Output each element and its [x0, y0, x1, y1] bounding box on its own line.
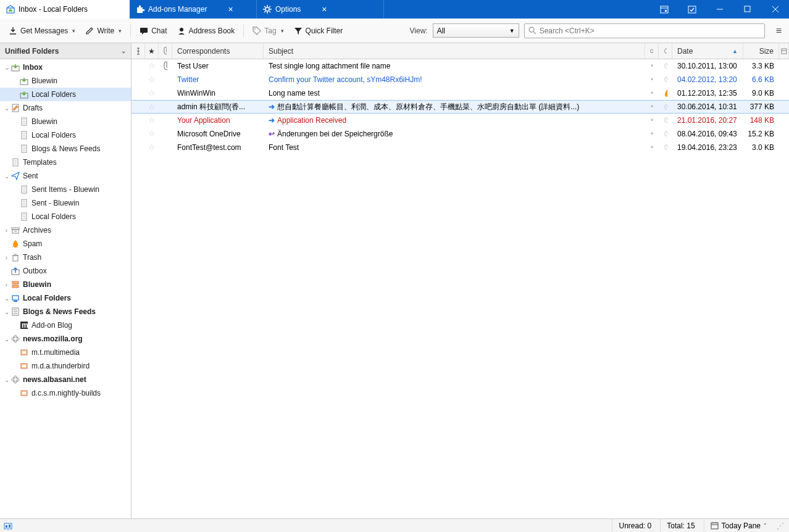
chevron-down-icon[interactable]: ▾ [119, 28, 122, 34]
quick-filter-button[interactable]: Quick Filter [290, 24, 347, 38]
col-read[interactable] [659, 43, 672, 59]
calendar-icon[interactable] [650, 0, 678, 19]
twisty-icon[interactable]: ⌄ [2, 376, 10, 383]
junk-button[interactable]: • [645, 101, 659, 113]
junk-button[interactable]: • [645, 141, 659, 154]
get-messages-button[interactable]: Get Messages ▾ [5, 24, 79, 38]
junk-button[interactable]: • [645, 114, 659, 127]
folder-pane-header[interactable]: Unified Folders ⌄ [0, 43, 131, 59]
folder-item[interactable]: Sent Items - Bluewin [0, 183, 131, 196]
activity-icon[interactable] [4, 522, 12, 530]
col-subject[interactable]: Subject [264, 43, 645, 59]
svg-line-104 [667, 134, 668, 135]
folder-item[interactable]: Blogs & News Feeds [0, 142, 131, 156]
file-icon [19, 212, 29, 222]
star-button[interactable]: ☆ [145, 127, 159, 140]
folder-item[interactable]: d.c.s.m.nightly-builds [0, 386, 131, 400]
folder-item[interactable]: Templates [0, 156, 131, 169]
svg-line-8 [264, 11, 265, 12]
folder-item[interactable]: ⌄Local Folders [0, 291, 131, 305]
chevron-down-icon[interactable]: ⌄ [121, 48, 126, 54]
tab-addons[interactable]: Add-ons Manager × [130, 0, 256, 19]
col-size[interactable]: Size [743, 43, 779, 59]
folder-item[interactable]: ⌄Inbox [0, 60, 131, 74]
chevron-down-icon[interactable]: ▾ [72, 28, 75, 34]
folder-item[interactable]: mAdd-on Blog [0, 318, 131, 332]
twisty-icon[interactable]: ⌄ [2, 309, 10, 315]
chat-button[interactable]: Chat [136, 24, 170, 38]
folder-item[interactable]: Bluewin [0, 74, 131, 88]
view-select[interactable]: All ▼ [433, 23, 519, 38]
close-button[interactable] [761, 0, 789, 19]
star-button[interactable]: ☆ [145, 114, 159, 127]
folder-item[interactable]: ›Archives [0, 223, 131, 237]
folder-item[interactable]: Local Folders [0, 128, 131, 142]
tab-inbox[interactable]: Inbox - Local Folders [0, 0, 130, 19]
minimize-button[interactable] [706, 0, 733, 19]
col-thread[interactable] [132, 43, 145, 59]
message-row[interactable]: ☆Test UserTest single long attachment fi… [132, 59, 789, 73]
twisty-icon[interactable]: ⌄ [2, 105, 10, 112]
col-star[interactable]: ★ [145, 43, 159, 59]
star-button[interactable]: ☆ [145, 101, 159, 113]
tab-options[interactable]: Options × [257, 0, 383, 19]
folder-item[interactable]: Sent - Bluewin [0, 196, 131, 210]
twisty-icon[interactable]: › [2, 227, 10, 234]
twisty-icon[interactable]: ⌄ [2, 173, 10, 180]
app-menu-button[interactable]: ≡ [774, 24, 784, 38]
folder-item[interactable]: ⌄Drafts [0, 101, 131, 115]
message-row[interactable]: ☆Your Application➜Application Received•2… [132, 114, 789, 127]
star-button[interactable]: ☆ [145, 86, 159, 99]
tag-button[interactable]: Tag ▾ [249, 24, 287, 38]
search-input[interactable] [540, 27, 761, 35]
junk-button[interactable]: • [645, 86, 659, 99]
col-picker[interactable] [779, 43, 789, 59]
col-spam[interactable] [645, 43, 659, 59]
folder-item[interactable]: ›Bluewin [0, 278, 131, 291]
folder-item[interactable]: Outbox [0, 264, 131, 278]
twisty-icon[interactable]: › [2, 281, 10, 288]
close-icon[interactable]: × [228, 4, 233, 14]
twisty-icon[interactable]: ⌄ [2, 336, 10, 343]
folder-item[interactable]: ⌄Blogs & News Feeds [0, 305, 131, 318]
today-pane-button[interactable]: Today Pane ˄ [704, 519, 773, 532]
folder-item[interactable]: Local Folders [0, 210, 131, 223]
message-row[interactable]: ☆TwitterConfirm your Twitter account, sY… [132, 73, 789, 86]
col-attachment[interactable] [159, 43, 172, 59]
folder-item[interactable]: ›Trash [0, 251, 131, 264]
folder-item[interactable]: m.d.a.thunderbird [0, 359, 131, 373]
message-row[interactable]: ☆Microsoft OneDrive↩Änderungen bei der S… [132, 127, 789, 141]
message-row[interactable]: ☆WinWinWinLong name test•01.12.2013, 12:… [132, 86, 789, 100]
junk-button[interactable]: • [645, 73, 659, 86]
resize-grip[interactable]: ⋰ [775, 519, 785, 532]
sent-icon [10, 171, 20, 181]
twisty-icon[interactable]: ⌄ [2, 64, 10, 71]
star-button[interactable]: ☆ [145, 141, 159, 154]
maximize-button[interactable] [733, 0, 761, 19]
col-correspondents[interactable]: Correspondents [172, 43, 264, 59]
junk-button[interactable]: • [645, 127, 659, 140]
star-button[interactable]: ☆ [145, 73, 159, 86]
svg-rect-108 [4, 523, 12, 529]
folder-item[interactable]: Spam [0, 237, 131, 251]
star-button[interactable]: ☆ [145, 59, 159, 72]
folder-item[interactable]: Local Folders [0, 88, 131, 101]
folder-item[interactable]: ⌄Sent [0, 169, 131, 183]
folder-item[interactable]: m.t.multimedia [0, 346, 131, 359]
tasks-icon[interactable] [678, 0, 706, 19]
twisty-icon[interactable]: › [2, 254, 10, 261]
address-book-button[interactable]: Address Book [173, 24, 239, 38]
folder-item[interactable]: ⌄news.mozilla.org [0, 332, 131, 346]
folder-item[interactable]: ⌄news.albasani.net [0, 373, 131, 386]
write-button[interactable]: Write ▾ [81, 24, 125, 38]
junk-button[interactable]: • [645, 59, 659, 72]
message-row[interactable]: ☆admin 科技顧問(香...➜想自動計算餐廳帳目、利潤、成本、原材料倉存、手… [132, 100, 789, 114]
folder-item[interactable]: Bluewin [0, 115, 131, 128]
chevron-down-icon[interactable]: ▾ [281, 28, 284, 34]
svg-rect-10 [661, 6, 668, 13]
twisty-icon[interactable]: ⌄ [2, 295, 10, 302]
search-box[interactable] [524, 23, 765, 38]
close-icon[interactable]: × [322, 4, 327, 14]
col-date[interactable]: Date▲ [672, 43, 743, 59]
message-row[interactable]: ☆FontTest@test.comFont Test•19.04.2016, … [132, 141, 789, 154]
